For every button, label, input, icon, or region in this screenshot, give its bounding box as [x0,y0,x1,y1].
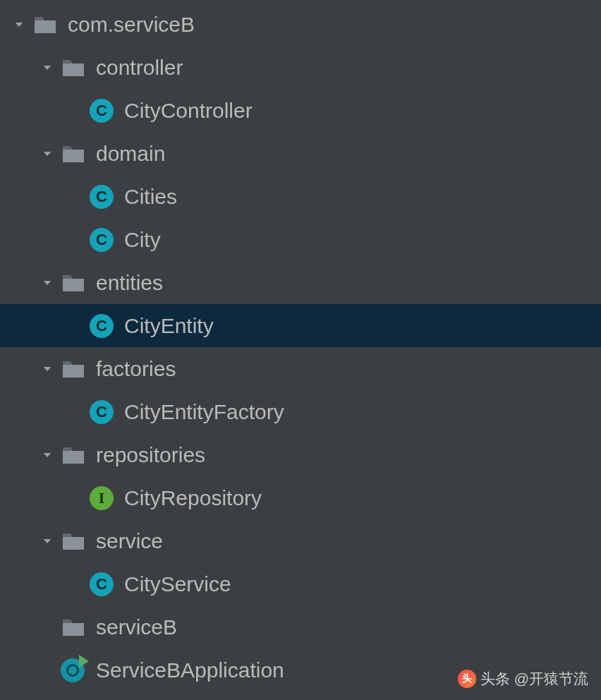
tree-item-label: CityService [124,572,231,596]
tree-folder-service[interactable]: service [0,519,601,562]
chevron-down-icon[interactable] [34,363,61,375]
tree-item-label: ServiceBApplication [96,658,284,682]
tree-item-label: factories [96,357,176,381]
tree-folder-entities[interactable]: entities [0,261,601,304]
tree-item-city[interactable]: C City [0,218,601,261]
tree-folder-controller[interactable]: controller [0,46,601,89]
tree-item-label: CityController [124,99,253,123]
tree-item-cityentity[interactable]: C CityEntity [0,304,601,347]
tree-folder-root[interactable]: com.serviceB [0,3,601,46]
svg-rect-5 [63,447,71,451]
chevron-down-icon[interactable] [34,147,61,160]
chevron-down-icon[interactable] [34,535,61,548]
folder-icon [61,270,86,296]
class-icon: C [89,399,114,425]
svg-rect-0 [35,17,43,20]
tree-item-label: com.serviceB [68,13,195,37]
tree-folder-domain[interactable]: domain [0,132,601,175]
tree-folder-repositories[interactable]: repositories [0,433,601,476]
tree-item-label: CityEntityFactory [124,400,284,424]
tree-item-label: CityEntity [124,314,214,338]
tree-item-label: controller [96,56,183,80]
watermark: 头 头条 @开猿节流 [458,669,588,689]
tree-item-citycontroller[interactable]: C CityController [0,89,601,132]
tree-item-label: entities [96,271,163,295]
watermark-prefix: 头条 [480,669,510,689]
chevron-down-icon[interactable] [6,18,32,31]
class-icon: C [89,227,114,253]
folder-icon [61,141,86,167]
folder-icon [61,442,86,468]
folder-icon [61,55,86,80]
class-icon: C [89,184,114,210]
project-tree: com.serviceB controller C CityController… [0,0,601,692]
chevron-down-icon[interactable] [34,61,61,74]
tree-item-cityservice[interactable]: C CityService [0,562,601,605]
tree-item-label: Cities [124,185,177,209]
folder-icon [32,12,58,37]
tree-item-cityentityfactory[interactable]: C CityEntityFactory [0,390,601,433]
class-icon: C [89,313,114,339]
svg-rect-1 [63,60,71,64]
spring-boot-run-icon [61,658,86,683]
folder-icon [61,615,86,640]
tree-item-label: serviceB [96,615,177,639]
tree-item-label: CityRepository [124,486,262,510]
svg-rect-6 [63,533,71,537]
chevron-down-icon[interactable] [34,277,61,289]
tree-item-label: service [96,529,163,553]
tree-item-label: City [124,228,161,252]
folder-icon [61,529,86,554]
class-icon: C [89,98,114,123]
folder-icon [61,356,86,382]
svg-rect-4 [63,361,71,365]
tree-item-cityrepository[interactable]: I CityRepository [0,476,601,519]
svg-rect-3 [63,275,71,279]
tree-item-cities[interactable]: C Cities [0,175,601,218]
tree-item-label: domain [96,142,165,166]
svg-rect-2 [63,146,71,150]
tree-item-label: repositories [96,443,205,467]
interface-icon: I [89,485,114,511]
chevron-down-icon[interactable] [34,449,61,461]
class-icon: C [89,572,114,597]
watermark-handle: @开猿节流 [514,669,588,689]
svg-rect-7 [63,620,71,623]
tree-folder-serviceb[interactable]: serviceB [0,605,601,648]
toutiao-logo-icon: 头 [458,670,476,688]
tree-folder-factories[interactable]: factories [0,347,601,390]
